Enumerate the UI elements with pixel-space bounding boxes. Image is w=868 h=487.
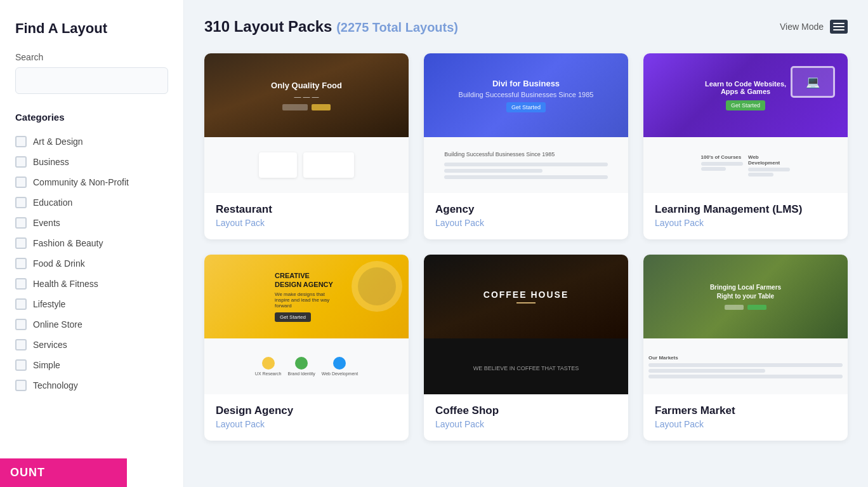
- checkbox-simple[interactable]: [15, 359, 27, 371]
- mock-row: [701, 167, 727, 171]
- checkbox-food-drink[interactable]: [15, 258, 27, 269]
- card-body-farmers-market: Farmers Market Layout Pack: [643, 394, 848, 441]
- category-list: Art & Design Business Community & Non-Pr…: [15, 131, 168, 396]
- category-label-technology: Technology: [33, 380, 78, 390]
- sidebar-item-events[interactable]: Events: [15, 213, 168, 233]
- search-label: Search: [15, 52, 168, 62]
- card-visual-lms: Learn to Code Websites,Apps & Games Get …: [643, 53, 848, 193]
- mock-row: [648, 363, 843, 367]
- card-subtitle-restaurant: Layout Pack: [216, 218, 397, 228]
- sidebar-item-business[interactable]: Business: [15, 152, 168, 172]
- category-label-services: Services: [33, 340, 67, 350]
- mock-row: [701, 162, 743, 166]
- mock-row: [748, 168, 790, 171]
- card-subtitle-agency: Layout Pack: [435, 218, 617, 228]
- sidebar-item-fashion-beauty[interactable]: Fashion & Beauty: [15, 233, 168, 253]
- layout-card-lms[interactable]: Learn to Code Websites,Apps & Games Get …: [643, 53, 848, 239]
- sidebar-item-food-drink[interactable]: Food & Drink: [15, 253, 168, 274]
- sidebar-item-online-store[interactable]: Online Store: [15, 314, 168, 335]
- view-line-2: [833, 26, 845, 27]
- sidebar-item-health-fitness[interactable]: Health & Fitness: [15, 274, 168, 294]
- results-count-label: 310 Layout Packs (2275 Total Layouts): [204, 18, 458, 35]
- mock-row: [748, 173, 773, 177]
- category-label-simple: Simple: [33, 360, 60, 370]
- card-body-coffee-shop: Coffee Shop Layout Pack: [424, 394, 628, 441]
- card-title-lms: Learning Management (LMS): [655, 203, 836, 216]
- category-label-events: Events: [33, 218, 60, 228]
- checkbox-fashion-beauty[interactable]: [15, 237, 27, 249]
- card-subtitle-farmers-market: Layout Pack: [655, 419, 836, 429]
- checkbox-services[interactable]: [15, 339, 27, 350]
- mock-cta: Get Started: [506, 102, 546, 112]
- view-mode-icon: [830, 20, 848, 34]
- card-subtitle-lms: Layout Pack: [655, 218, 836, 228]
- sidebar-title: Find A Layout: [15, 20, 168, 37]
- category-label-education: Education: [33, 197, 72, 208]
- card-title-restaurant: Restaurant: [216, 203, 397, 216]
- category-label-health-fitness: Health & Fitness: [33, 279, 98, 289]
- mock-cta: Get Started: [726, 100, 765, 110]
- card-subtitle-coffee-shop: Layout Pack: [435, 419, 617, 429]
- main-header: 310 Layout Packs (2275 Total Layouts) Vi…: [204, 18, 848, 36]
- card-body-lms: Learning Management (LMS) Layout Pack: [643, 193, 848, 239]
- mock-row: [444, 163, 608, 166]
- card-visual-design-agency: CREATIVEDESIGN AGENCY We make designs th…: [204, 255, 409, 394]
- checkbox-business[interactable]: [15, 156, 27, 168]
- discount-bar: OUNT: [0, 458, 127, 487]
- checkbox-technology[interactable]: [15, 380, 27, 391]
- layout-card-agency[interactable]: Divi for Business Building Successful Bu…: [424, 53, 628, 239]
- card-body-agency: Agency Layout Pack: [424, 193, 628, 239]
- category-label-lifestyle: Lifestyle: [33, 299, 65, 309]
- mock-row: [648, 369, 765, 373]
- layout-card-coffee-shop[interactable]: COFFEE HOUSE WE BELIEVE IN COFFEE THAT T…: [424, 255, 628, 441]
- view-mode-toggle[interactable]: View Mode: [780, 20, 848, 34]
- sidebar-item-community-non-profit[interactable]: Community & Non-Profit: [15, 172, 168, 192]
- checkbox-education[interactable]: [15, 197, 27, 208]
- checkbox-art-design[interactable]: [15, 136, 27, 147]
- laptop-icon: 💻: [791, 66, 835, 98]
- mock-row: [444, 175, 608, 179]
- card-visual-coffee-shop: COFFEE HOUSE WE BELIEVE IN COFFEE THAT T…: [424, 255, 628, 394]
- category-label-online-store: Online Store: [33, 319, 82, 330]
- sidebar-item-education[interactable]: Education: [15, 192, 168, 213]
- results-summary: 310 Layout Packs (2275 Total Layouts): [204, 18, 458, 36]
- card-visual-restaurant: Only Quality Food — — —: [204, 53, 409, 193]
- category-label-business: Business: [33, 157, 69, 167]
- layout-card-design-agency[interactable]: CREATIVEDESIGN AGENCY We make designs th…: [204, 255, 409, 441]
- sidebar: Find A Layout Search Categories Art & De…: [0, 0, 184, 487]
- sidebar-item-lifestyle[interactable]: Lifestyle: [15, 294, 168, 314]
- sidebar-item-simple[interactable]: Simple: [15, 355, 168, 375]
- view-line-3: [833, 29, 845, 30]
- sidebar-item-services[interactable]: Services: [15, 335, 168, 355]
- card-title-coffee-shop: Coffee Shop: [435, 404, 617, 417]
- checkbox-events[interactable]: [15, 217, 27, 229]
- mock-row: [648, 375, 843, 378]
- checkbox-community-non-profit[interactable]: [15, 177, 27, 188]
- layout-grid: Only Quality Food — — — R: [204, 53, 848, 441]
- checkbox-lifestyle[interactable]: [15, 298, 27, 310]
- sidebar-item-art-design[interactable]: Art & Design: [15, 131, 168, 152]
- search-input[interactable]: [15, 67, 168, 94]
- main-content: 310 Layout Packs (2275 Total Layouts) Vi…: [184, 0, 868, 487]
- mock-card: [259, 152, 297, 178]
- card-visual-farmers-market: Bringing Local FarmersRight to your Tabl…: [643, 255, 848, 394]
- card-body-restaurant: Restaurant Layout Pack: [204, 193, 409, 239]
- card-visual-agency: Divi for Business Building Successful Bu…: [424, 53, 628, 193]
- category-label-art-design: Art & Design: [33, 137, 83, 147]
- mock-card: [303, 152, 354, 178]
- checkbox-online-store[interactable]: [15, 319, 27, 330]
- layout-card-restaurant[interactable]: Only Quality Food — — — R: [204, 53, 409, 239]
- category-label-food-drink: Food & Drink: [33, 258, 85, 269]
- checkbox-health-fitness[interactable]: [15, 278, 27, 290]
- card-title-farmers-market: Farmers Market: [655, 404, 836, 417]
- layout-card-farmers-market[interactable]: Bringing Local FarmersRight to your Tabl…: [643, 255, 848, 441]
- card-title-agency: Agency: [435, 203, 617, 216]
- category-label-fashion-beauty: Fashion & Beauty: [33, 238, 103, 248]
- category-label-community-non-profit: Community & Non-Profit: [33, 177, 129, 187]
- mock-row: [444, 169, 542, 173]
- sidebar-item-technology[interactable]: Technology: [15, 375, 168, 396]
- card-subtitle-design-agency: Layout Pack: [216, 419, 397, 429]
- total-layouts-count: (2275 Total Layouts): [336, 20, 458, 34]
- card-body-design-agency: Design Agency Layout Pack: [204, 394, 409, 441]
- categories-title: Categories: [15, 112, 168, 123]
